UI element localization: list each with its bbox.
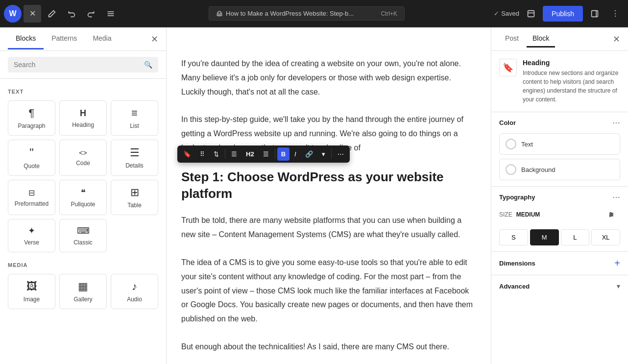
tab-patterns[interactable]: Patterns	[44, 28, 85, 49]
block-image[interactable]: 🖼 Image	[8, 274, 55, 309]
svg-rect-5	[592, 10, 598, 17]
block-gallery[interactable]: ▦ Gallery	[59, 274, 107, 309]
toolbar-more-button[interactable]: ⋯	[334, 147, 348, 161]
media-blocks-grid: 🖼 Image ▦ Gallery ♪ Audio	[8, 274, 158, 309]
toolbar-align-button[interactable]: ☰	[259, 147, 273, 161]
typography-more-button[interactable]: ⋯	[612, 193, 620, 202]
size-s-button[interactable]: S	[499, 229, 528, 245]
publish-button[interactable]: Publish	[543, 6, 583, 22]
background-color-circle	[506, 164, 516, 175]
color-background-option[interactable]: Background	[499, 159, 620, 180]
block-verse[interactable]: ✦ Verse	[8, 219, 55, 252]
view-toggle-button[interactable]	[522, 5, 540, 23]
size-xl-button[interactable]: XL	[591, 229, 620, 245]
table-label: Table	[127, 202, 142, 209]
close-button[interactable]: ✕	[24, 5, 41, 23]
color-section: Color ⋯ Text Background	[491, 112, 628, 187]
toolbar-move-button[interactable]: ⇅	[210, 147, 223, 161]
dimensions-title: Dimensions	[499, 260, 535, 267]
audio-icon: ♪	[132, 280, 137, 293]
toolbar-bold-button[interactable]: B	[277, 147, 290, 161]
color-text-option[interactable]: Text	[499, 133, 620, 155]
toolbar-layout-button[interactable]: ☰	[227, 147, 241, 161]
search-container: 🔍	[0, 51, 166, 79]
tab-blocks[interactable]: Blocks	[8, 28, 44, 49]
typography-size-row: SIZE MEDIUM	[499, 206, 620, 223]
block-code[interactable]: <> Code	[59, 140, 107, 176]
wp-logo[interactable]: W	[4, 5, 22, 23]
heading-block[interactable]: 🔖 ⠿ ⇅ ☰ H2 ☰ B I 🔗 ▾ ⋯ Step 1: Choose Wo…	[181, 169, 476, 202]
size-l-button[interactable]: L	[561, 229, 590, 245]
block-pullquote[interactable]: ❝ Pullquote	[59, 180, 107, 215]
svg-point-12	[610, 215, 611, 217]
toolbar-divider-2	[275, 149, 275, 159]
editor-content: If you're daunted by the idea of creatin…	[169, 57, 488, 354]
preformatted-icon: ⊟	[28, 188, 35, 197]
redo-button[interactable]	[82, 5, 100, 23]
search-input[interactable]	[14, 61, 140, 69]
toolbar-bookmark-button[interactable]: 🔖	[179, 147, 195, 161]
tab-block[interactable]: Block	[527, 30, 555, 48]
block-classic[interactable]: ⌨ Classic	[59, 219, 107, 252]
block-quote[interactable]: " Quote	[8, 140, 55, 176]
right-panel-tabs: Post Block	[499, 30, 555, 48]
block-paragraph[interactable]: ¶ Paragraph	[8, 100, 55, 136]
heading-text: Step 1: Choose WordPress as your website…	[181, 169, 476, 202]
list-view-button[interactable]	[102, 5, 120, 23]
block-info-description: Introduce new sections and organize cont…	[523, 69, 620, 104]
block-preformatted[interactable]: ⊟ Preformatted	[8, 180, 55, 215]
toolbar-italic-button[interactable]: I	[290, 147, 300, 161]
classic-label: Classic	[73, 239, 93, 246]
typography-header: Typography ⋯	[499, 193, 620, 202]
typography-settings-button[interactable]	[603, 206, 620, 223]
toolbar-h2-button[interactable]: H2	[242, 147, 258, 161]
classic-icon: ⌨	[77, 225, 90, 236]
block-details[interactable]: ☰ Details	[111, 140, 158, 176]
block-table[interactable]: ⊞ Table	[111, 180, 158, 215]
size-m-button[interactable]: M	[530, 229, 559, 245]
verse-icon: ✦	[28, 225, 35, 236]
sidebar-toggle-button[interactable]	[586, 5, 604, 23]
color-options: Text Background	[499, 133, 620, 180]
pullquote-icon: ❝	[81, 187, 86, 198]
paragraph-block-1[interactable]: If you're daunted by the idea of creatin…	[181, 57, 476, 99]
toolbar-dropdown-button[interactable]: ▾	[318, 147, 329, 161]
quote-label: Quote	[24, 163, 40, 170]
undo-button[interactable]	[63, 5, 80, 23]
dimensions-add-button[interactable]: +	[614, 258, 620, 269]
sidebar-content: TEXT ¶ Paragraph H Heading ≡ List " Quot…	[0, 79, 166, 364]
block-heading[interactable]: H Heading	[59, 100, 107, 136]
sidebar-close-button[interactable]: ✕	[151, 34, 158, 45]
post-title-text: How to Make a WordPress Website: Step-b.…	[226, 10, 354, 17]
heading-toolbar: 🔖 ⠿ ⇅ ☰ H2 ☰ B I 🔗 ▾ ⋯	[177, 146, 350, 163]
right-panel-close-button[interactable]: ✕	[613, 34, 620, 45]
paragraph-block-5[interactable]: But enough about the technicalities! As …	[181, 340, 476, 354]
block-list[interactable]: ≡ List	[111, 100, 158, 136]
paragraph-block-4[interactable]: The idea of a CMS is to give you some ea…	[181, 256, 476, 326]
topbar: W ✕ How to Make a WordPress Website: Ste…	[0, 0, 628, 27]
details-label: Details	[125, 162, 144, 169]
text-color-label: Text	[521, 141, 533, 148]
check-icon: ✓	[494, 10, 499, 17]
code-icon: <>	[79, 149, 87, 157]
table-icon: ⊞	[130, 186, 139, 199]
options-button[interactable]: ⋮	[606, 5, 624, 23]
sidebar-tabs: Blocks Patterns Media	[8, 28, 120, 49]
advanced-header[interactable]: Advanced ▾	[491, 275, 628, 297]
post-title-button[interactable]: How to Make a WordPress Website: Step-b.…	[209, 6, 405, 21]
dimensions-header[interactable]: Dimensions +	[499, 258, 620, 269]
pen-icon-button[interactable]	[43, 5, 61, 23]
toolbar-drag-button[interactable]: ⠿	[196, 147, 209, 161]
color-more-button[interactable]: ⋯	[612, 118, 620, 127]
svg-point-11	[611, 214, 613, 216]
block-audio[interactable]: ♪ Audio	[111, 274, 158, 309]
topbar-right: ✓ Saved Publish ⋮	[494, 5, 624, 23]
verse-label: Verse	[24, 239, 39, 246]
tab-post[interactable]: Post	[499, 30, 525, 48]
editor-area[interactable]: If you're daunted by the idea of creatin…	[167, 27, 491, 364]
gallery-icon: ▦	[78, 280, 88, 293]
tab-media[interactable]: Media	[85, 28, 119, 49]
paragraph-block-3[interactable]: Truth be told, there are many website pl…	[181, 214, 476, 242]
right-panel-header: Post Block ✕	[491, 27, 628, 51]
toolbar-link-button[interactable]: 🔗	[301, 147, 317, 161]
